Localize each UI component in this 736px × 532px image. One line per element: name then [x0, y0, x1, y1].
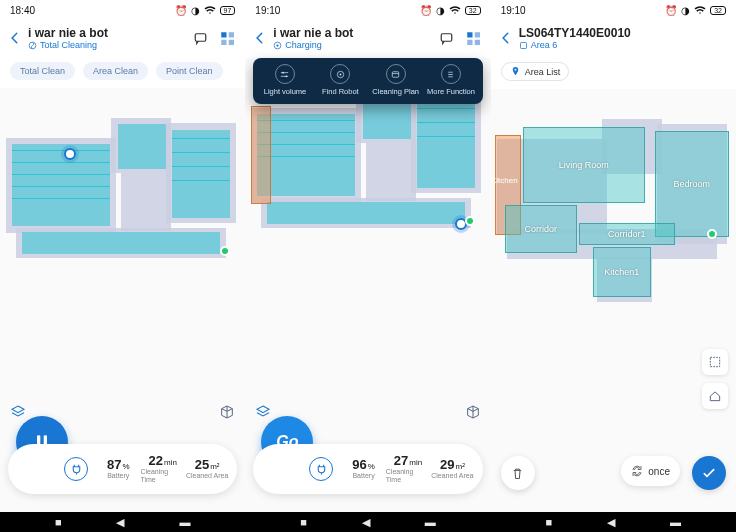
target-icon: [330, 64, 350, 84]
map-area[interactable]: 87% Battery 22min Cleaning Time 25m² Cle…: [0, 88, 245, 512]
chat-icon[interactable]: [439, 30, 457, 48]
map-canvas: [6, 118, 239, 298]
once-button[interactable]: once: [621, 456, 680, 486]
zone-kitchen1[interactable]: Kitchen1: [593, 247, 651, 297]
robot-marker: [64, 148, 76, 160]
alarm-off-icon: ⏰: [175, 5, 187, 16]
nav-back-icon[interactable]: ▬: [670, 516, 681, 528]
subtitle-text: Total Cleaning: [40, 41, 97, 51]
status-time: 19:10: [255, 5, 280, 16]
subtitle-text: Area 6: [531, 41, 558, 51]
page-title: i war nie a bot: [273, 27, 432, 40]
fan-icon: [273, 41, 282, 50]
android-nav: ■ ◀ ▬: [0, 512, 245, 532]
cube-icon[interactable]: [463, 402, 483, 422]
map-area[interactable]: Go 96% Battery 27min Cleaning Time 29m² …: [245, 58, 490, 512]
chip-total-clean[interactable]: Total Clean: [10, 62, 75, 80]
page-title: LS064TY1440E0010: [519, 27, 704, 40]
status-bar: 19:10 ⏰ ◑ 32: [491, 0, 736, 20]
svg-rect-11: [467, 32, 472, 37]
nav-home-icon[interactable]: ◀: [116, 516, 124, 529]
svg-point-15: [283, 71, 285, 73]
charge-icon[interactable]: [64, 457, 88, 481]
back-button[interactable]: [499, 31, 513, 48]
svg-point-16: [286, 75, 288, 77]
nav-recent-icon[interactable]: ■: [55, 516, 62, 528]
battery-icon: 97: [220, 6, 236, 15]
zone-living[interactable]: Living Room: [523, 127, 645, 203]
chip-point-clean[interactable]: Point Clean: [156, 62, 223, 80]
alarm-off-icon: ⏰: [420, 5, 432, 16]
map-area[interactable]: Kitchen Living Room Bedroom Corridor Cor…: [491, 89, 736, 512]
status-bar: 19:10 ⏰ ◑ 32: [245, 0, 490, 20]
page-title: i war nie a bot: [28, 27, 187, 40]
grid-menu-icon[interactable]: [219, 30, 237, 48]
dock-marker: [465, 216, 475, 226]
nav-back-icon[interactable]: ▬: [179, 516, 190, 528]
layers-icon[interactable]: [8, 402, 28, 422]
nav-home-icon[interactable]: ◀: [607, 516, 615, 529]
back-button[interactable]: [8, 31, 22, 48]
tool-draw-zone[interactable]: [702, 349, 728, 375]
wifi-icon: [449, 5, 461, 15]
svg-rect-22: [710, 357, 719, 366]
nav-back-icon[interactable]: ▬: [425, 516, 436, 528]
dock-marker: [220, 246, 230, 256]
zone-corridor1[interactable]: Corridor1: [579, 223, 675, 245]
stats-bar: 96% Battery 27min Cleaning Time 29m² Cle…: [253, 444, 482, 494]
mode-chips: Total Clean Area Clean Point Clean: [0, 58, 245, 88]
svg-point-18: [339, 73, 341, 75]
layers-icon[interactable]: [253, 402, 273, 422]
stat-battery: 87% Battery: [96, 458, 140, 480]
status-right: ⏰ ◑ 32: [665, 5, 726, 16]
fan-icon: [28, 41, 37, 50]
zone-corridor[interactable]: Corridor: [505, 205, 577, 253]
status-right: ⏰ ◑ 97: [175, 5, 236, 16]
repeat-icon: [631, 465, 643, 477]
confirm-button[interactable]: [692, 456, 726, 490]
phone-right: 19:10 ⏰ ◑ 32 LS064TY1440E0010 Area 6: [491, 0, 736, 532]
grid-menu-icon[interactable]: [465, 30, 483, 48]
calendar-icon: [386, 64, 406, 84]
header-actions: [193, 30, 237, 48]
status-bar: 18:40 ⏰ ◑ 97: [0, 0, 245, 20]
android-nav: ■ ◀ ▬: [245, 512, 490, 532]
tool-home[interactable]: [702, 383, 728, 409]
chat-icon[interactable]: [193, 30, 211, 48]
dnd-icon: ◑: [191, 5, 200, 16]
page-subtitle: Area 6: [519, 41, 704, 51]
wifi-icon: [694, 5, 706, 15]
sliders-icon: [275, 64, 295, 84]
subtitle-text: Charging: [285, 41, 322, 51]
svg-rect-2: [222, 32, 227, 37]
zone-bedroom[interactable]: Bedroom: [655, 131, 729, 237]
delete-button[interactable]: [501, 456, 535, 490]
stat-time: 27min Cleaning Time: [386, 454, 430, 484]
functions-dropdown: Light volume Find Robot Cleaning Plan Mo…: [253, 58, 482, 104]
svg-rect-5: [229, 40, 234, 45]
nav-recent-icon[interactable]: ■: [300, 516, 307, 528]
dd-find-robot[interactable]: Find Robot: [313, 64, 368, 96]
chip-area-clean[interactable]: Area Clean: [83, 62, 148, 80]
cube-icon[interactable]: [217, 402, 237, 422]
area-list-button[interactable]: Area List: [501, 62, 570, 81]
status-time: 18:40: [10, 5, 35, 16]
svg-rect-3: [229, 32, 234, 37]
dd-cleaning-plan[interactable]: Cleaning Plan: [368, 64, 423, 96]
svg-rect-19: [392, 71, 398, 77]
dd-light-volume[interactable]: Light volume: [257, 64, 312, 96]
svg-point-9: [277, 44, 279, 46]
nav-home-icon[interactable]: ◀: [362, 516, 370, 529]
svg-rect-14: [474, 40, 479, 45]
back-button[interactable]: [253, 31, 267, 48]
dd-more[interactable]: More Function: [423, 64, 478, 96]
dnd-icon: ◑: [436, 5, 445, 16]
charge-icon[interactable]: [309, 457, 333, 481]
title-block: i war nie a bot Charging: [273, 27, 432, 50]
nav-recent-icon[interactable]: ■: [546, 516, 553, 528]
svg-rect-10: [441, 34, 452, 42]
map-canvas: Kitchen Living Room Bedroom Corridor Cor…: [497, 129, 730, 309]
pin-icon: [510, 66, 521, 77]
wifi-icon: [204, 5, 216, 15]
status-right: ⏰ ◑ 32: [420, 5, 481, 16]
